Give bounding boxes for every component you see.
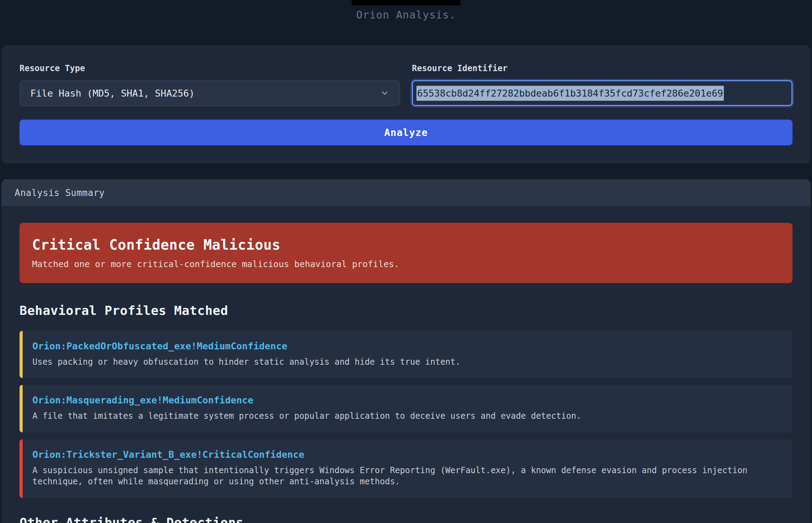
resource-identifier-input[interactable]: 65538cb8d24ff27282bbdeab6f1b3184f35fcd73… [412,80,792,106]
behavioral-profile-card: Orion:Trickster_Variant_B_exe!CriticalCo… [20,439,792,498]
profile-description: Uses packing or heavy obfuscation to hin… [32,356,779,367]
resource-identifier-value: 65538cb8d24ff27282bbdeab6f1b3184f35fcd73… [416,86,724,101]
analysis-summary-section: Analysis Summary Critical Confidence Mal… [1,179,811,523]
analysis-form-panel: Resource Type File Hash (MD5, SHA1, SHA2… [1,45,811,164]
profile-name: Orion:Masquerading_exe!MediumConfidence [32,395,779,405]
behavioral-profile-card: Orion:Masquerading_exe!MediumConfidence … [20,385,792,432]
page-subtitle: Orion Analysis. [0,9,812,21]
verdict-alert: Critical Confidence Malicious Matched on… [20,223,792,283]
analysis-summary-body: Critical Confidence Malicious Matched on… [1,206,811,523]
analyze-button[interactable]: Analyze [20,120,792,145]
resource-type-select[interactable]: File Hash (MD5, SHA1, SHA256) [20,80,400,106]
verdict-alert-description: Matched one or more critical-confidence … [32,259,780,269]
profile-name: Orion:Trickster_Variant_B_exe!CriticalCo… [32,449,779,460]
resource-type-field: Resource Type File Hash (MD5, SHA1, SHA2… [20,63,400,106]
profile-description: A file that imitates a legitimate system… [32,410,779,422]
orion-analysis-page: Orion Analysis. Resource Type File Hash … [0,0,812,523]
verdict-alert-title: Critical Confidence Malicious [32,237,780,253]
other-attributes-heading: Other Attributes & Detections [20,515,792,523]
page-title-clipped [352,0,460,5]
profiles-list: Orion:PackedOrObfuscated_exe!MediumConfi… [20,331,792,498]
profile-description: A suspicious unsigned sample that intent… [32,465,779,487]
resource-type-selected-value: File Hash (MD5, SHA1, SHA256) [30,88,194,99]
profile-name: Orion:PackedOrObfuscated_exe!MediumConfi… [32,341,779,351]
behavioral-profile-card: Orion:PackedOrObfuscated_exe!MediumConfi… [20,331,792,378]
analysis-summary-header: Analysis Summary [1,179,811,206]
chevron-down-icon [380,89,389,98]
resource-identifier-field: Resource Identifier 65538cb8d24ff27282bb… [412,63,792,106]
resource-type-label: Resource Type [20,63,400,73]
behavioral-profiles-heading: Behavioral Profiles Matched [20,303,792,318]
resource-identifier-label: Resource Identifier [412,63,792,73]
page-header: Orion Analysis. [0,0,812,21]
